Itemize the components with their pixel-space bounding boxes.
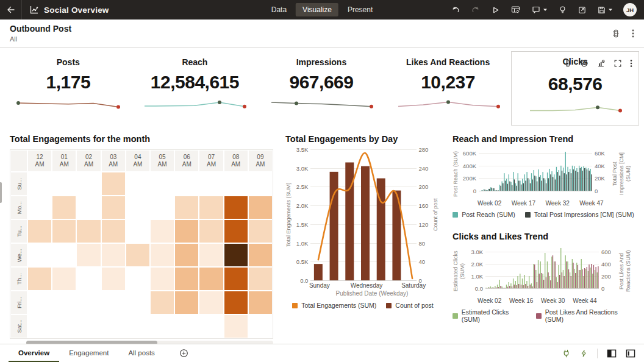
zap-icon[interactable] <box>580 349 588 358</box>
layout-sidebar-icon[interactable] <box>626 349 635 358</box>
heatmap-cell[interactable] <box>102 268 125 290</box>
heatmap-cell[interactable] <box>151 291 174 314</box>
heatmap-cell[interactable] <box>126 172 149 195</box>
heatmap-cell[interactable] <box>52 315 76 338</box>
heatmap-cell[interactable] <box>199 196 223 219</box>
undo-button[interactable] <box>451 5 460 15</box>
heatmap-cell[interactable] <box>151 315 174 338</box>
heatmap-cell[interactable] <box>175 291 198 314</box>
heatmap-cell[interactable] <box>28 291 51 314</box>
heatmap-cell[interactable] <box>102 196 125 219</box>
heatmap-column-header[interactable]: 09 AM <box>249 151 272 171</box>
heatmap-column-header[interactable]: 03 AM <box>102 151 125 171</box>
legend-item[interactable]: Total Post Impressions [CM] (SUM) <box>525 211 634 218</box>
heatmap-cell[interactable] <box>249 291 272 314</box>
heatmap-cell[interactable] <box>102 244 125 266</box>
heatmap-cell[interactable] <box>52 268 76 290</box>
heatmap-cell[interactable] <box>77 220 100 243</box>
heatmap-cell[interactable] <box>102 315 125 338</box>
tab-data[interactable]: Data <box>265 3 293 16</box>
heatmap-cell[interactable] <box>249 315 272 338</box>
trend-chart-plot[interactable] <box>479 149 592 191</box>
panel-total-engagements-month[interactable]: Total Engagements for the month 12 AM01 … <box>10 134 273 345</box>
kpi-card-impressions[interactable]: Impressions 967,669 <box>258 54 385 116</box>
panel-reach-impression-trend[interactable]: Reach and Impression Trend Post Reach (S… <box>453 134 634 224</box>
heatmap-cell[interactable] <box>77 268 100 290</box>
data-refresh-button[interactable] <box>510 5 521 15</box>
filter-icon[interactable] <box>611 29 621 38</box>
heatmap-cell[interactable] <box>199 172 223 195</box>
heatmap-cell[interactable] <box>102 172 125 195</box>
heatmap-cell[interactable] <box>28 196 51 219</box>
kebab-menu-icon[interactable] <box>632 29 634 38</box>
combo-chart-plot[interactable] <box>310 149 416 280</box>
heatmap-cell[interactable] <box>52 196 76 219</box>
heatmap-cell[interactable] <box>52 291 76 314</box>
heatmap-cell[interactable] <box>199 315 223 338</box>
insights-button[interactable] <box>558 5 567 15</box>
heatmap-cell[interactable] <box>199 220 223 243</box>
heatmap-cell[interactable] <box>224 220 248 243</box>
heatmap-cell[interactable] <box>126 315 149 338</box>
heatmap-cell[interactable] <box>249 172 272 195</box>
export-button[interactable] <box>578 5 587 15</box>
heatmap-cell[interactable] <box>199 291 223 314</box>
heatmap-row-label[interactable]: Sat... <box>11 315 27 338</box>
kpi-card-reach[interactable]: Reach 12,584,615 <box>132 54 259 116</box>
heatmap-cell[interactable] <box>175 244 198 266</box>
heatmap-cell[interactable] <box>224 244 248 266</box>
chart-settings-icon[interactable] <box>596 59 606 68</box>
heatmap-column-header[interactable]: 07 AM <box>199 151 223 171</box>
heatmap-cell[interactable] <box>249 220 272 243</box>
heatmap-cell[interactable] <box>175 196 198 219</box>
heatmap-cell[interactable] <box>126 268 149 290</box>
heatmap-column-header[interactable]: 01 AM <box>52 151 76 171</box>
back-button[interactable] <box>0 0 22 20</box>
trend-chart-plot[interactable] <box>485 247 599 288</box>
heatmap-cell[interactable] <box>151 196 174 219</box>
legend-item[interactable]: Total Engagements (SUM) <box>292 302 376 309</box>
user-avatar[interactable]: JH <box>623 3 637 16</box>
heatmap-cell[interactable] <box>175 315 198 338</box>
play-button[interactable] <box>491 5 500 15</box>
heatmap-cell[interactable] <box>102 291 125 314</box>
heatmap-cell[interactable] <box>77 172 100 195</box>
heatmap-cell[interactable] <box>175 172 198 195</box>
plug-icon[interactable] <box>562 349 571 358</box>
fullscreen-icon[interactable] <box>614 59 622 68</box>
heatmap-column-header[interactable]: 08 AM <box>224 151 248 171</box>
redo-button[interactable] <box>471 5 481 15</box>
legend-item[interactable]: Post Likes And Reactions (SUM) <box>536 308 634 323</box>
heatmap-cell[interactable] <box>224 268 248 290</box>
heatmap-cell[interactable] <box>28 244 51 266</box>
heatmap-cell[interactable] <box>126 244 149 266</box>
tab-present[interactable]: Present <box>341 3 379 16</box>
drill-target-icon[interactable] <box>580 59 589 68</box>
heatmap-row-label[interactable]: We... <box>11 244 27 266</box>
heatmap-row-label[interactable]: Su... <box>11 172 27 195</box>
heatmap-cell[interactable] <box>28 315 51 338</box>
comments-button[interactable] <box>531 5 548 15</box>
heatmap-cell[interactable] <box>77 291 100 314</box>
heatmap-cell[interactable] <box>28 172 51 195</box>
heatmap-cell[interactable] <box>249 268 272 290</box>
engagements-heatmap-table[interactable]: 12 AM01 AM02 AM03 AM04 AM05 AM06 AM07 AM… <box>10 149 273 339</box>
legend-item[interactable]: Estimated Clicks (SUM) <box>453 308 526 323</box>
save-button[interactable] <box>597 5 613 15</box>
heatmap-column-header[interactable]: 02 AM <box>77 151 100 171</box>
tab-engagement[interactable]: Engagement <box>59 344 118 362</box>
legend-item[interactable]: Post Reach (SUM) <box>453 211 515 218</box>
heatmap-cell[interactable] <box>52 244 76 266</box>
heatmap-cell[interactable] <box>224 291 248 314</box>
heatmap-column-header[interactable]: 06 AM <box>175 151 198 171</box>
heatmap-cell[interactable] <box>175 220 198 243</box>
heatmap-cell[interactable] <box>126 220 149 243</box>
heatmap-row-label[interactable]: Fri... <box>11 291 27 314</box>
heatmap-cell[interactable] <box>249 244 272 266</box>
heatmap-cell[interactable] <box>199 268 223 290</box>
heatmap-row-label[interactable]: Tu... <box>11 220 27 243</box>
heatmap-cell[interactable] <box>249 196 272 219</box>
heatmap-cell[interactable] <box>151 172 174 195</box>
heatmap-cell[interactable] <box>77 244 100 266</box>
add-tab-button[interactable] <box>179 349 188 358</box>
